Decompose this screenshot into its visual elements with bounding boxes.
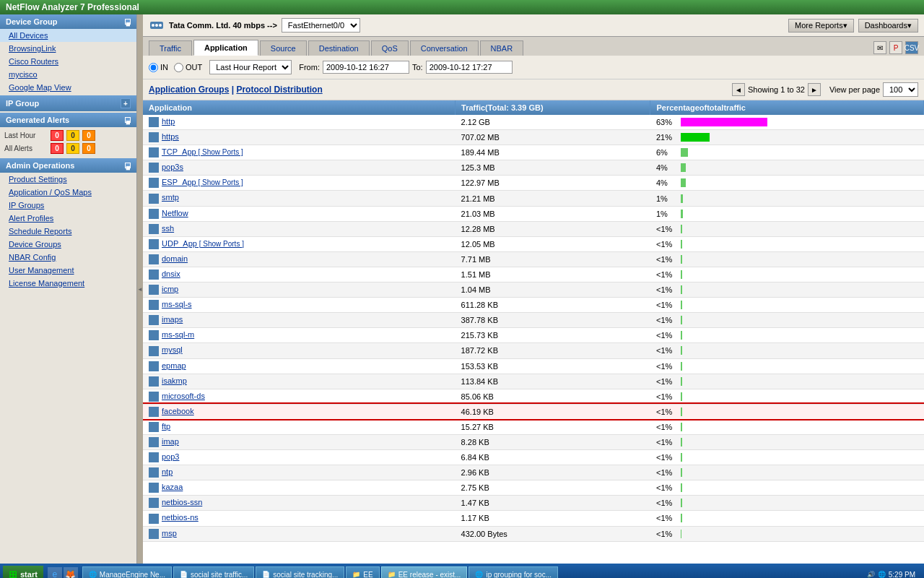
sidebar-item-browsing-link[interactable]: BrowsingLink — [0, 42, 136, 55]
start-button[interactable]: ⊞ start — [3, 566, 43, 578]
admin-operations-collapse-icon[interactable]: ■ — [125, 163, 131, 168]
tab-qos[interactable]: QoS — [371, 40, 409, 56]
prev-page-button[interactable]: ◄ — [732, 83, 745, 96]
next-page-button[interactable]: ► — [808, 83, 821, 96]
app-name-link[interactable]: imap — [162, 437, 179, 446]
all-alerts-badge-orange[interactable]: 0 — [82, 143, 95, 154]
sidebar-collapse-handle[interactable]: ◄ — [137, 14, 143, 564]
app-name-link[interactable]: pop3s — [162, 163, 183, 171]
app-name-link[interactable]: epmap — [162, 361, 186, 370]
app-name-link[interactable]: netbios-ssn — [162, 498, 202, 506]
out-radio[interactable] — [174, 63, 183, 72]
app-name-link[interactable]: https — [162, 132, 179, 141]
table-cell-percentage: <1% — [650, 267, 924, 282]
email-icon[interactable]: ✉ — [873, 41, 886, 54]
app-name-link[interactable]: pop3 — [162, 452, 179, 461]
last-hour-badge-red[interactable]: 0 — [51, 130, 64, 141]
taskbar-item-manage-engine[interactable]: 🌐 ManageEngine Ne... — [82, 566, 172, 578]
app-name-link[interactable]: imaps — [162, 315, 183, 324]
admin-operations-header[interactable]: Admin Operations ■ — [0, 158, 136, 173]
out-radio-label[interactable]: OUT — [174, 63, 202, 72]
show-ports-link[interactable]: [ Show Ports ] — [196, 148, 243, 156]
app-name-link[interactable]: ftp — [162, 422, 170, 431]
alerts-grid: Last Hour 0 0 0 All Alerts 0 0 0 — [0, 127, 136, 157]
app-name-link[interactable]: ntp — [162, 467, 173, 476]
pdf-icon[interactable]: P — [889, 41, 902, 54]
app-name-link[interactable]: isakmp — [162, 376, 187, 385]
show-ports-link[interactable]: [ Show Ports ] — [197, 240, 244, 248]
app-name-link[interactable]: Netflow — [162, 209, 188, 217]
ip-group-header[interactable]: IP Group + — [0, 95, 136, 111]
tab-conversation[interactable]: Conversation — [410, 40, 479, 56]
to-date-input[interactable] — [426, 61, 513, 74]
in-radio[interactable] — [149, 63, 158, 72]
app-name-link[interactable]: domain — [162, 254, 188, 263]
all-alerts-badge-yellow[interactable]: 0 — [66, 143, 79, 154]
sidebar-item-ip-groups[interactable]: IP Groups — [0, 199, 136, 212]
view-per-page-select[interactable]: 100 50 25 — [883, 82, 918, 97]
more-reports-button[interactable]: More Reports▾ — [788, 19, 854, 33]
protocol-distribution-link[interactable]: Protocol Distribution — [236, 85, 322, 95]
device-group-header[interactable]: Device Group ■ — [0, 14, 136, 29]
app-name-link[interactable]: microsoft-ds — [162, 392, 205, 400]
app-name-link[interactable]: msp — [162, 529, 177, 538]
application-groups-link[interactable]: Application Groups — [149, 85, 229, 95]
table-cell-app: imap — [143, 434, 456, 449]
sidebar-item-all-devices[interactable]: All Devices — [0, 29, 136, 42]
app-name-link[interactable]: smtp — [162, 193, 179, 202]
sidebar-item-cisco-routers[interactable]: Cisco Routers — [0, 55, 136, 68]
tab-destination[interactable]: Destination — [308, 40, 370, 56]
app-name-link[interactable]: ssh — [162, 224, 174, 233]
sidebar-item-device-groups[interactable]: Device Groups — [0, 238, 136, 251]
ie-icon[interactable]: e — [48, 567, 62, 578]
tab-application[interactable]: Application — [193, 40, 258, 56]
table-row: facebook46.19 KB<1% — [143, 404, 924, 419]
generated-alerts-header[interactable]: Generated Alerts ■ — [0, 113, 136, 127]
time-select[interactable]: Last Hour Report Last 6 Hours Today Yest… — [209, 60, 292, 74]
tab-nbar[interactable]: NBAR — [480, 40, 524, 56]
generated-alerts-collapse-icon[interactable]: ■ — [125, 117, 131, 123]
app-name-link[interactable]: facebook — [162, 407, 194, 415]
app-name-link[interactable]: http — [162, 117, 175, 126]
in-radio-label[interactable]: IN — [149, 63, 168, 72]
sidebar-item-alert-profiles[interactable]: Alert Profiles — [0, 212, 136, 225]
all-alerts-badge-red[interactable]: 0 — [51, 143, 64, 154]
sidebar-item-license-management[interactable]: License Management — [0, 277, 136, 290]
taskbar-item-social-traffic[interactable]: 📄 social site traffic... — [173, 566, 254, 578]
app-name-link[interactable]: dnsix — [162, 269, 180, 278]
taskbar-item-social-tracking[interactable]: 📄 social site tracking... — [256, 566, 344, 578]
taskbar-item-ee[interactable]: 📁 EE — [346, 566, 379, 578]
app-name-link[interactable]: ESP_App — [162, 178, 196, 186]
taskbar-item-ee-release[interactable]: 📁 EE release - exist... — [381, 566, 468, 578]
tab-traffic[interactable]: Traffic — [149, 40, 192, 56]
device-select[interactable]: FastEthernet0/0 — [282, 18, 360, 33]
show-ports-link[interactable]: [ Show Ports ] — [196, 178, 243, 186]
last-hour-badge-orange[interactable]: 0 — [82, 130, 95, 141]
taskbar-item-ip-grouping[interactable]: 🌐 ip grouping for soc... — [468, 566, 558, 578]
app-row-icon — [149, 269, 159, 280]
from-date-input[interactable] — [323, 61, 409, 74]
app-name-link[interactable]: netbios-ns — [162, 513, 199, 522]
ip-group-add-button[interactable]: + — [121, 98, 131, 108]
sidebar-item-user-management[interactable]: User Management — [0, 264, 136, 277]
sidebar-item-app-qos-maps[interactable]: Application / QoS Maps — [0, 186, 136, 199]
sidebar-item-schedule-reports[interactable]: Schedule Reports — [0, 225, 136, 238]
app-name-link[interactable]: ms-sql-s — [162, 300, 192, 309]
app-name-link[interactable]: kazaa — [162, 483, 183, 491]
sidebar-item-google-map-view[interactable]: Google Map View — [0, 81, 136, 94]
sidebar-item-mycisco[interactable]: mycisco — [0, 68, 136, 81]
device-group-collapse-icon[interactable]: ■ — [125, 19, 131, 25]
dashboards-button[interactable]: Dashboards▾ — [858, 19, 918, 33]
csv-icon[interactable]: CSV — [905, 41, 918, 54]
sidebar-item-product-settings[interactable]: Product Settings — [0, 173, 136, 186]
tab-source[interactable]: Source — [260, 40, 307, 56]
app-name-link[interactable]: TCP_App — [162, 147, 196, 156]
firefox-icon[interactable]: 🦊 — [64, 567, 78, 578]
app-name-link[interactable]: ms-sql-m — [162, 330, 194, 339]
last-hour-badge-yellow[interactable]: 0 — [66, 130, 79, 141]
app-name-link[interactable]: icmp — [162, 285, 178, 293]
app-name-link[interactable]: UDP_App — [162, 239, 197, 248]
table-row: icmp1.04 MB<1% — [143, 282, 924, 298]
sidebar-item-nbar-config[interactable]: NBAR Config — [0, 251, 136, 264]
app-name-link[interactable]: mysql — [162, 345, 183, 354]
